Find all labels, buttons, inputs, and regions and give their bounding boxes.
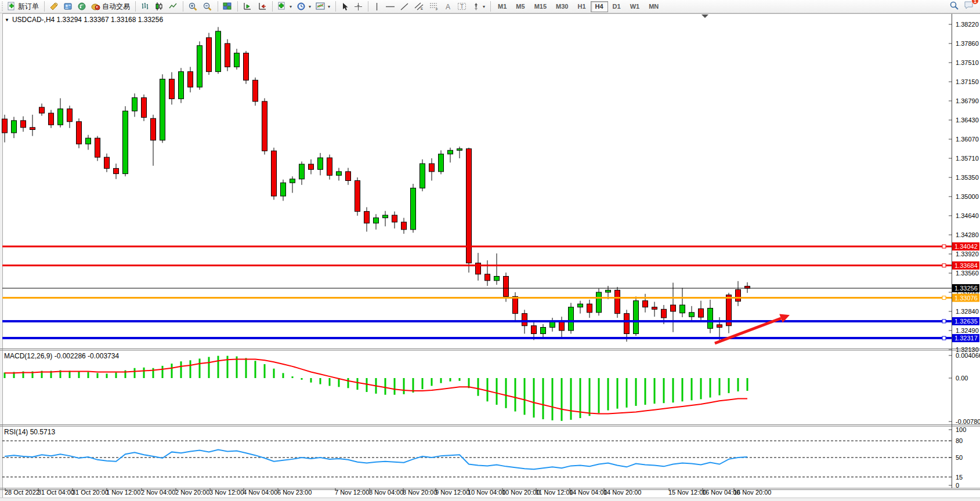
timeframe-button-h4[interactable]: H4 <box>591 1 608 12</box>
toolbar-separator <box>183 1 183 12</box>
candle-body <box>39 107 45 113</box>
macd-axis-label: 0.004066 <box>956 352 980 359</box>
cursor-tool-button[interactable] <box>338 1 352 12</box>
bar-chart-mode-button[interactable] <box>138 1 152 12</box>
candle-body <box>262 101 267 151</box>
price-chart-canvas[interactable]: 1.382201.378601.375101.371501.367901.364… <box>0 0 980 501</box>
chart-shift-button[interactable] <box>255 1 269 12</box>
timeframe-button-h1[interactable]: H1 <box>573 1 590 12</box>
timeframe-button-m30[interactable]: M30 <box>551 1 573 12</box>
candle-body <box>699 308 704 317</box>
candle-body <box>383 215 388 218</box>
symbol-dropdown-caret-icon[interactable]: ▼ <box>5 17 9 23</box>
line-handle <box>942 336 946 340</box>
metaeditor-button[interactable] <box>47 1 61 12</box>
timeframe-button-m1[interactable]: M1 <box>493 1 511 12</box>
date-axis-label: 8 Nov 04:00 <box>369 489 403 496</box>
price-axis-label: 1.32840 <box>956 308 979 315</box>
price-badge-label: 1.32317 <box>954 335 978 342</box>
candle-body <box>67 109 73 122</box>
date-axis-label: 15 Nov 12:00 <box>668 489 706 496</box>
price-badge-label: 1.33256 <box>954 285 978 292</box>
fibonacci-tool-button[interactable]: F <box>426 1 442 12</box>
date-axis-label: 14 Nov 04:00 <box>569 489 607 496</box>
date-axis-label: 31 Oct 20:00 <box>72 489 109 496</box>
text-tool-button[interactable]: A <box>442 1 455 12</box>
date-axis-label: 28 Oct 2022 <box>5 489 39 496</box>
horizontal-line-tool-button[interactable] <box>383 1 397 12</box>
rsi-axis-label: 100 <box>956 426 966 433</box>
auto-scroll-button[interactable] <box>240 1 255 12</box>
candle-body <box>169 79 175 99</box>
candle-body <box>485 274 490 281</box>
candle-body <box>197 46 202 87</box>
tile-windows-button[interactable] <box>220 1 234 12</box>
timeframe-button-d1[interactable]: D1 <box>608 1 625 12</box>
templates-button[interactable]: ▾ <box>313 1 332 12</box>
candle-body <box>299 164 305 179</box>
notifications-button[interactable]: 1 <box>964 1 974 12</box>
periods-icon <box>296 2 306 12</box>
candle-body <box>2 119 8 133</box>
candle-body <box>420 164 425 188</box>
autotrading-button[interactable]: 自动交易 <box>89 1 132 12</box>
date-axis-label: 2 Nov 20:00 <box>175 489 209 496</box>
timeframe-button-w1[interactable]: W1 <box>625 1 645 12</box>
chart-title-text: USDCAD-,H4 1.33294 1.33367 1.33168 1.332… <box>12 16 163 24</box>
candle-body <box>327 158 332 175</box>
signals-button[interactable] <box>75 1 89 12</box>
indicators-button[interactable]: ▾ <box>275 1 294 12</box>
price-axis-label: 1.33920 <box>956 251 979 257</box>
candle-body <box>717 325 722 328</box>
zoom-out-button[interactable] <box>200 1 215 12</box>
timeframe-button-m5[interactable]: M5 <box>511 1 529 12</box>
templates-caret-icon: ▾ <box>328 4 330 9</box>
date-axis-label: 7 Nov 12:00 <box>335 489 369 496</box>
candle-body <box>634 301 639 334</box>
arrows-caret-icon: ▾ <box>483 4 485 9</box>
candle-body <box>253 80 258 101</box>
candle-body <box>21 121 26 128</box>
new-order-label: 新订单 <box>18 2 39 12</box>
tile-windows-icon <box>223 2 232 11</box>
arrows-icon <box>472 2 480 11</box>
timeframe-button-m15[interactable]: M15 <box>530 1 551 12</box>
date-axis-label: 14 Nov 20:00 <box>603 489 641 496</box>
candle-body <box>309 164 314 169</box>
timeframe-button-mn[interactable]: MN <box>644 1 663 12</box>
macd-axis-label: -0.007809 <box>956 418 980 425</box>
rsi-axis-label: 15 <box>956 474 963 481</box>
periods-button[interactable]: ▾ <box>294 1 313 12</box>
vertical-line-icon <box>373 2 381 11</box>
auto-scroll-icon <box>243 2 252 12</box>
line-handle <box>942 320 946 323</box>
arrows-tool-button[interactable]: ▾ <box>469 1 487 12</box>
candle-body <box>272 151 277 196</box>
toolbar-grip[interactable] <box>2 2 3 11</box>
candle-body <box>643 301 648 307</box>
candle-body <box>615 290 620 313</box>
new-order-button[interactable]: 新订单 <box>5 1 41 12</box>
svg-text:F: F <box>436 8 438 11</box>
text-label-tool-button[interactable]: T <box>455 1 469 12</box>
vertical-line-tool-button[interactable] <box>371 1 383 12</box>
candle-body <box>439 154 444 172</box>
price-axis-label: 1.35000 <box>956 193 979 200</box>
candle-body <box>429 164 435 172</box>
channel-tool-button[interactable]: E <box>411 1 426 12</box>
community-button[interactable] <box>61 1 75 12</box>
cursor-icon <box>341 2 349 11</box>
zoom-in-button[interactable] <box>186 1 200 12</box>
crosshair-tool-button[interactable] <box>352 1 365 12</box>
line-chart-mode-button[interactable] <box>166 1 180 12</box>
rsi-axis-label: 50 <box>956 454 963 461</box>
indicators-icon <box>277 2 287 12</box>
trendline-tool-button[interactable] <box>397 1 411 12</box>
candle-body <box>392 215 397 222</box>
candlestick-mode-button[interactable] <box>152 1 166 12</box>
search-icon[interactable] <box>949 1 959 13</box>
candle-body <box>522 314 527 326</box>
date-axis-label: 4 Nov 04:00 <box>243 489 277 496</box>
toolbar-right-group: 1 <box>949 1 980 13</box>
candle-body <box>374 218 379 223</box>
